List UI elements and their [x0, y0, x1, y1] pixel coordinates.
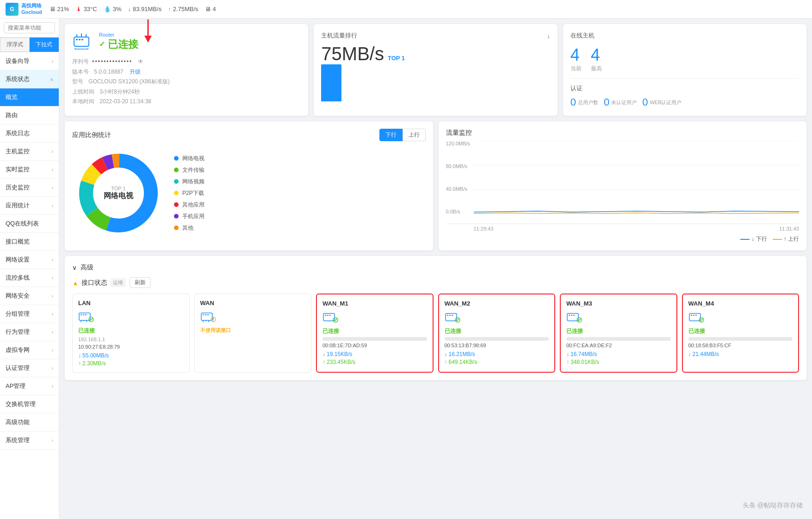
sidebar-item-host-monitor[interactable]: 主机监控 › — [0, 143, 59, 161]
legend-dot-mobile — [174, 214, 179, 219]
sidebar-item-behavior-mgmt[interactable]: 行为管理 › — [0, 323, 59, 341]
svg-rect-44 — [452, 315, 453, 316]
search-input[interactable] — [4, 22, 55, 33]
app-stats-header: 应用比例统计 下行 上行 — [72, 129, 426, 141]
download-value: 83.91MB/s — [133, 6, 161, 13]
logo-text: 高悦网络Gocloud — [21, 3, 42, 15]
advanced-section: ∨ 高级 ▲ 接口状态 运维 刷新 LAN — [65, 256, 806, 380]
btn-down[interactable]: 下行 — [379, 129, 403, 141]
sidebar-item-network-settings[interactable]: 网络设置 › — [0, 251, 59, 269]
speed-down-lan: ↓ 55.00MB/s — [78, 352, 184, 359]
interface-status-header: ▲ 接口状态 运维 刷新 — [72, 277, 799, 288]
btn-up[interactable]: 上行 — [403, 129, 426, 141]
auth-label: 认证 — [570, 84, 799, 93]
sidebar-item-ap-mgmt[interactable]: AP管理 › — [0, 377, 59, 395]
sidebar-item-overview[interactable]: 概览 — [0, 88, 59, 106]
sidebar-item-syslog[interactable]: 系统日志 — [0, 125, 59, 143]
svg-rect-27 — [203, 314, 204, 315]
sidebar-item-qq-list[interactable]: QQ在线列表 — [0, 215, 59, 233]
interface-status-lan: 已连接 — [78, 327, 184, 335]
interface-status-section: ▲ 接口状态 运维 刷新 LAN — [72, 277, 799, 373]
speed-up-wanm1: ↑ 233.45KB/s — [322, 359, 427, 365]
sidebar-item-vpn[interactable]: 虚拟专网 › — [0, 341, 59, 359]
down-arrow-icon: ↓ — [78, 352, 81, 359]
online-current-value: 4 — [570, 45, 582, 65]
upgrade-link[interactable]: 升级 — [130, 69, 141, 75]
online-current-label: 当前 — [570, 65, 582, 73]
auth-uncert-value: 0 — [604, 96, 609, 108]
warning-triangle-icon: ▲ — [72, 279, 79, 287]
sidebar-item-device-guide[interactable]: 设备向导 › — [0, 52, 59, 70]
speed-down-wanm1-value: 19.15KB/s — [327, 351, 352, 357]
sidebar-search-area[interactable] — [0, 19, 59, 38]
donut-top-label: TOP 1 — [104, 186, 133, 191]
monitor-chart-svg-area — [474, 141, 800, 214]
legend-item-p2p: P2P下载 — [174, 189, 205, 197]
donut-center: TOP 1 网络电视 — [104, 186, 133, 201]
legend-up: ↑ 上行 — [773, 235, 799, 243]
chevron-icon: › — [52, 257, 53, 263]
uptime-value: 3小时8分钟24秒 — [99, 88, 140, 95]
traffic-rank-chart — [321, 64, 550, 101]
speed-up-wanm2: ↑ 649.14KB/s — [445, 359, 549, 365]
y-label-0: 120.0MB/s — [446, 141, 471, 146]
online-max-label: 最高 — [591, 65, 602, 73]
speed-up-lan-value: 2.30MB/s — [82, 360, 106, 367]
donut-chart: TOP 1 网络电视 — [72, 147, 165, 239]
interface-card-wanm1: WAN_M1 已连接 — [316, 294, 434, 373]
sidebar-item-app-stats[interactable]: 应用统计 › — [0, 197, 59, 215]
legend-up-label: ↑ 上行 — [784, 235, 799, 243]
interface-title: ▲ 接口状态 运维 — [72, 278, 126, 287]
interface-name-wanm1: WAN_M1 — [322, 300, 427, 307]
router-model: 型号 GOCLOUD SX1200 (X86标准版) — [72, 77, 301, 87]
sidebar-item-history-monitor[interactable]: 历史监控 › — [0, 179, 59, 197]
tab-dropdown[interactable]: 下拉式 — [30, 38, 59, 52]
eye-icon[interactable]: 👁 — [138, 58, 143, 65]
interface-name-wan: WAN — [200, 300, 306, 306]
legend-dot-p2p — [174, 191, 179, 195]
interface-ip-lan: 192.168.1.1 — [78, 337, 184, 342]
interface-status-wan: 不使用该接口 — [200, 327, 306, 334]
sidebar-item-routing[interactable]: 路由 — [0, 106, 59, 125]
legend-label-video: 网络视频 — [182, 178, 205, 186]
upload-stat: ↑ 2.75MB/s — [168, 6, 198, 13]
chevron-icon: › — [52, 294, 53, 299]
interface-name-lan: LAN — [78, 300, 184, 306]
auth-web: 0 WEB认证用户 — [642, 96, 682, 108]
cpu-stat: 🖥 21% — [50, 6, 69, 13]
legend-item-other-app: 其他应用 — [174, 201, 205, 209]
sidebar-item-realtime-monitor[interactable]: 实时监控 › — [0, 161, 59, 179]
sidebar-item-switch-mgmt[interactable]: 交换机管理 — [0, 395, 59, 413]
interface-speed-wanm1: ↓ 19.15KB/s ↑ 233.45KB/s — [322, 351, 427, 365]
speed-up-wanm3: ↑ 348.01KB/s — [566, 359, 671, 365]
sidebar-item-network-security[interactable]: 网络安全 › — [0, 287, 59, 305]
sidebar-item-interface-overview[interactable]: 接口概览 — [0, 233, 59, 251]
speed-up-lan: ↑ 2.30MB/s — [78, 360, 184, 367]
sidebar-item-advanced[interactable]: 高级功能 — [0, 413, 59, 431]
advanced-header[interactable]: ∨ 高级 — [72, 263, 799, 272]
sidebar-item-auth-mgmt[interactable]: 认证管理 › — [0, 359, 59, 377]
refresh-button[interactable]: 刷新 — [130, 277, 151, 288]
interface-card-lan: LAN — [72, 294, 190, 373]
sidebar-item-group-mgmt[interactable]: 分组管理 › — [0, 305, 59, 323]
advanced-title: 高级 — [81, 263, 93, 272]
x-label-1: 11:31:43 — [779, 226, 799, 231]
router-status: ✓ 已连接 — [99, 38, 138, 51]
auth-total-label: 总用户数 — [578, 99, 598, 106]
svg-rect-3 — [81, 39, 83, 40]
sidebar-item-traffic-multiline[interactable]: 流控多线 › — [0, 269, 59, 287]
tab-float[interactable]: 浮浮式 — [0, 38, 30, 52]
top-row: Router ✓ 已连接 序列号 •••••••••••••• 👁 版 — [65, 24, 806, 116]
traffic-rank-header: 主机流量排行 ↓ — [321, 31, 550, 40]
interface-speed-lan: ↓ 55.00MB/s ↑ 2.30MB/s — [78, 352, 184, 367]
ip-bar-wanm3 — [566, 337, 671, 341]
online-max: 4 最高 — [591, 45, 602, 73]
speed-down-wanm3-value: 16.74MB/s — [570, 351, 597, 357]
sidebar-item-system-status[interactable]: 系统状态 ∧ — [0, 70, 59, 88]
interface-speed-wanm4: ↓ 21.44MB/s — [688, 351, 793, 357]
y-label-2: 40.0MB/s — [446, 186, 471, 192]
auth-uncert-label: 未认证用户 — [611, 99, 637, 106]
legend-label-mobile: 手机应用 — [182, 213, 205, 220]
sidebar-item-system-mgmt[interactable]: 系统管理 › — [0, 431, 59, 450]
app-stats-card: 应用比例统计 下行 上行 — [65, 121, 433, 250]
